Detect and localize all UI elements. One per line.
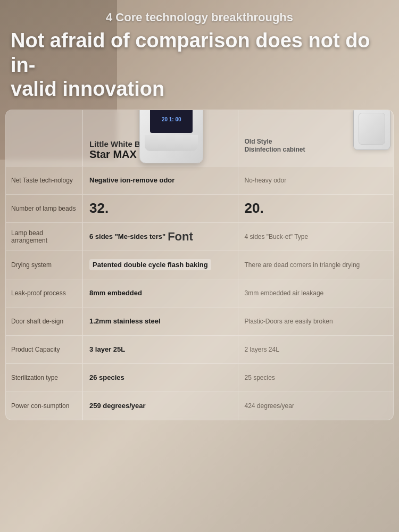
- table-row: Sterilization type 26 species 25 species: [6, 363, 393, 392]
- table-wrapper: 20 1: 00 Little White Bear Star MAX ]]: [0, 110, 399, 532]
- row-old-4: 3mm embedded air leakage: [238, 279, 394, 307]
- table-row: Lamp bead arrangement 6 sides "Me-sides …: [6, 222, 393, 251]
- row-old-6: 2 layers 24L: [238, 336, 394, 363]
- old-device: [353, 110, 390, 150]
- row-old-5: Plastic-Doors are easily broken: [238, 307, 394, 335]
- row-label-8: Power con-sumption: [6, 392, 83, 420]
- row-label-1: Number of lamp beads: [6, 195, 83, 222]
- row-label-2: Lamp bead arrangement: [6, 223, 83, 251]
- row-old-8: 424 degrees/year: [238, 392, 394, 420]
- device-bottom: [145, 135, 198, 151]
- row-new-5: 1.2mm stainless steel: [83, 307, 238, 335]
- row-old-2: 4 sides "Buck-et" Type: [238, 223, 394, 251]
- lamp-count-old: 20.: [245, 200, 264, 217]
- row-label-0: Net Taste tech-nology: [6, 167, 83, 194]
- table-row: Product Capacity 3 layer 25L 2 layers 24…: [6, 335, 393, 363]
- header-section: 4 Core technology breakthroughs Not afra…: [0, 0, 399, 110]
- row-new-3: Patented double cycle flash baking: [83, 251, 238, 279]
- product-image-container: 20 1: 00: [139, 110, 209, 169]
- header-label-cell: [6, 110, 83, 166]
- drying-value: Patented double cycle flash baking: [89, 259, 211, 270]
- table-row: Number of lamp beads 32. 20.: [6, 194, 393, 222]
- header-old-cell: Old Style Disinfection cabinet: [238, 110, 394, 166]
- table-row: Leak-proof process 8mm embedded 3mm embe…: [6, 279, 393, 307]
- row-new-4: 8mm embedded: [83, 279, 238, 307]
- row-old-1: 20.: [238, 195, 394, 222]
- font-badge: Font: [168, 230, 193, 244]
- row-label-4: Leak-proof process: [6, 279, 83, 307]
- row-label-6: Product Capacity: [6, 336, 83, 363]
- device-screen: 20 1: 00: [150, 110, 193, 133]
- product-device: 20 1: 00: [139, 110, 203, 163]
- row-new-7: 26 species: [83, 364, 238, 392]
- table-row: Power con-sumption 259 degrees/year 424 …: [6, 392, 393, 420]
- row-label-7: Sterilization type: [6, 364, 83, 392]
- comparison-table: 20 1: 00 Little White Bear Star MAX ]]: [5, 110, 394, 420]
- table-row: Drying system Patented double cycle flas…: [6, 251, 393, 279]
- row-label-5: Door shaft de-sign: [6, 307, 83, 335]
- screen-text: 20 1: 00: [162, 117, 181, 122]
- table-row: Net Taste tech-nology Negative ion-remov…: [6, 166, 393, 194]
- row-label-3: Drying system: [6, 251, 83, 279]
- main-title-line2: valid innovation: [11, 78, 164, 100]
- table-header: 20 1: 00 Little White Bear Star MAX ]]: [6, 110, 393, 166]
- row-new-2: 6 sides "Me-sides ters" Font: [83, 223, 238, 251]
- lamp-count-new: 32.: [89, 200, 109, 217]
- row-new-1: 32.: [83, 195, 238, 222]
- main-title: Not afraid of comparison does not do in-…: [11, 29, 388, 102]
- old-device-inner: [359, 113, 385, 145]
- main-title-line1: Not afraid of comparison does not do in-: [11, 29, 370, 76]
- row-new-8: 259 degrees/year: [83, 392, 238, 420]
- old-device-image: [353, 110, 390, 150]
- table-row: Door shaft de-sign 1.2mm stainless steel…: [6, 307, 393, 335]
- row-new-0: Negative ion-remove odor: [83, 167, 238, 194]
- header-product-cell: 20 1: 00 Little White Bear Star MAX ]]: [83, 110, 238, 166]
- row-old-7: 25 species: [238, 364, 394, 392]
- row-old-3: There are dead corners in triangle dryin…: [238, 251, 394, 279]
- main-content: 4 Core technology breakthroughs Not afra…: [0, 0, 399, 532]
- row-new-6: 3 layer 25L: [83, 336, 238, 363]
- subtitle: 4 Core technology breakthroughs: [11, 11, 388, 24]
- row-old-0: No-heavy odor: [238, 167, 394, 194]
